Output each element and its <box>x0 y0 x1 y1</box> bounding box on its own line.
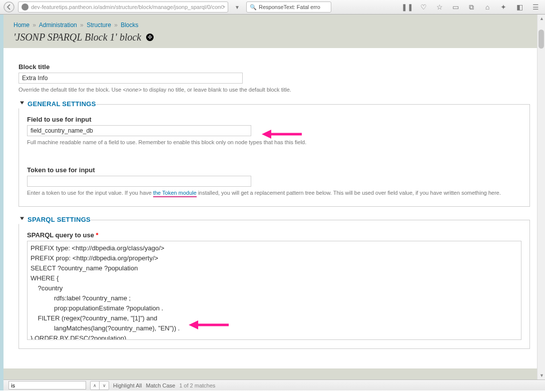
breadcrumb-home[interactable]: Home <box>14 22 30 29</box>
block-title-label: Block title <box>19 63 530 71</box>
label-text: SPARQL query to use <box>27 231 94 239</box>
scroll-thumb[interactable] <box>538 30 544 49</box>
field-input-label: Field to use for input <box>27 116 521 123</box>
chevron-down-icon <box>20 217 24 220</box>
page-title-text: 'JSONP SPARQL Block 1' block <box>14 32 141 43</box>
add-icon[interactable]: ✢ <box>146 34 154 41</box>
breadcrumb-sep: » <box>80 22 84 29</box>
scrollbar-vertical[interactable]: ▲ ▼ <box>537 15 545 379</box>
home-icon[interactable]: ⌂ <box>480 2 495 13</box>
legend-text: SPARQL SETTINGS <box>28 215 91 223</box>
field-input[interactable] <box>27 125 251 136</box>
token-module-link[interactable]: the Token module <box>153 190 197 197</box>
breadcrumb-sep: » <box>114 22 118 29</box>
window-icon[interactable]: ▭ <box>448 2 463 13</box>
search-icon: 🔍 <box>250 4 257 11</box>
devtools-icon[interactable]: ✦ <box>496 2 511 13</box>
globe-icon <box>22 4 29 11</box>
search-text: ResponseText: Fatal erro <box>259 4 320 10</box>
required-marker: * <box>96 231 99 239</box>
breadcrumb-structure[interactable]: Structure <box>87 22 111 29</box>
pause-icon[interactable]: ❚❚ <box>400 2 415 13</box>
legend-text: GENERAL SETTINGS <box>28 100 96 107</box>
dropdown-icon[interactable]: ▼ <box>230 2 244 13</box>
general-settings-fieldset: GENERAL SETTINGS Field to use for input … <box>19 104 530 207</box>
menu-icon[interactable]: ☰ <box>528 2 543 13</box>
browser-toolbar: dev-featuretips.pantheon.io/admin/struct… <box>0 0 545 15</box>
find-status: 1 of 2 matches <box>179 382 215 388</box>
desc-text: Enter a token to use for the input value… <box>27 190 153 196</box>
breadcrumb-sep: » <box>33 22 36 29</box>
desc-text: Override the default title for the block… <box>19 87 123 93</box>
sparql-query-label: SPARQL query to use * <box>27 231 521 239</box>
back-button[interactable] <box>2 2 16 13</box>
bookmark-icon[interactable]: ☆ <box>432 2 447 13</box>
content-area: Block title Override the default title f… <box>4 48 545 368</box>
desc-em: <none> <box>123 87 142 93</box>
toolbar-icons: ❚❚ ♡ ☆ ▭ ⧉ ⌂ ✦ ◧ ☰ <box>400 2 543 13</box>
field-input-description: Full machine readable name of a field to… <box>27 138 521 147</box>
sparql-query-textarea[interactable] <box>27 241 521 340</box>
breadcrumb-blocks[interactable]: Blocks <box>121 22 138 29</box>
match-case-toggle[interactable]: Match Case <box>146 382 175 388</box>
find-nav: ∧ ∨ <box>90 381 109 390</box>
scroll-up-icon[interactable]: ▲ <box>539 16 544 21</box>
block-title-description: Override the default title for the block… <box>19 86 530 94</box>
sparql-settings-fieldset: SPARQL SETTINGS SPARQL query to use * <box>19 220 530 349</box>
token-input-row: Token to use for input Enter a token to … <box>27 166 521 197</box>
scroll-down-icon[interactable]: ▼ <box>539 373 544 378</box>
url-bar[interactable]: dev-featuretips.pantheon.io/admin/struct… <box>18 2 228 13</box>
desc-text: installed, you will get a replacement pa… <box>197 190 501 196</box>
token-input-label: Token to use for input <box>27 166 521 174</box>
find-prev-button[interactable]: ∧ <box>91 381 100 389</box>
breadcrumb-administration[interactable]: Administration <box>39 22 77 29</box>
block-title-input[interactable] <box>19 73 243 84</box>
chevron-down-icon <box>20 101 24 104</box>
heart-icon[interactable]: ♡ <box>416 2 431 13</box>
desc-text: to display no title, or leave blank to u… <box>142 87 291 93</box>
refresh-icon[interactable]: ⟳ <box>221 4 225 11</box>
token-input[interactable] <box>27 176 251 187</box>
find-next-button[interactable]: ∨ <box>100 381 109 389</box>
breadcrumb: Home » Administration » Structure » Bloc… <box>14 22 535 29</box>
find-bar: ∧ ∨ Highlight All Match Case 1 of 2 matc… <box>4 379 545 390</box>
sparql-query-row: SPARQL query to use * <box>27 231 521 341</box>
general-settings-legend[interactable]: GENERAL SETTINGS <box>19 100 96 108</box>
block-title-row: Block title Override the default title f… <box>19 63 530 94</box>
find-input[interactable] <box>9 381 86 389</box>
highlight-all-toggle[interactable]: Highlight All <box>113 382 142 388</box>
svg-point-0 <box>4 2 14 12</box>
token-input-description: Enter a token to use for the input value… <box>27 189 521 197</box>
page-header: Home » Administration » Structure » Bloc… <box>4 15 545 48</box>
browser-search[interactable]: 🔍 ResponseText: Fatal erro <box>246 2 331 13</box>
history-icon[interactable]: ⧉ <box>464 2 479 13</box>
url-text: dev-featuretips.pantheon.io/admin/struct… <box>31 4 221 10</box>
sparql-settings-legend[interactable]: SPARQL SETTINGS <box>19 215 91 224</box>
field-input-row: Field to use for input Full machine read… <box>27 116 521 147</box>
addons-icon[interactable]: ◧ <box>512 2 527 13</box>
page-title: 'JSONP SPARQL Block 1' block ✢ <box>14 32 535 43</box>
